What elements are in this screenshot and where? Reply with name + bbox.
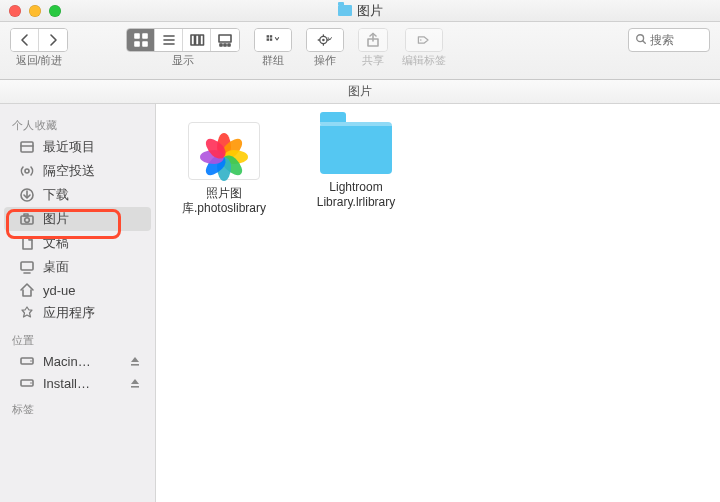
- sidebar-item-label: 隔空投送: [43, 162, 95, 180]
- sidebar-item-pictures[interactable]: 图片: [4, 207, 151, 231]
- desktop-icon: [18, 259, 36, 275]
- share-col: 共享: [358, 28, 388, 68]
- sidebar-item-label: Install…: [43, 376, 90, 391]
- svg-rect-29: [21, 142, 33, 152]
- svg-rect-44: [131, 386, 139, 388]
- svg-rect-12: [224, 44, 226, 46]
- sidebar-item-airdrop[interactable]: 隔空投送: [4, 159, 151, 183]
- search-icon: [635, 33, 647, 48]
- sidebar-item-label: 图片: [43, 210, 69, 228]
- action-label: 操作: [314, 54, 336, 68]
- forward-button[interactable]: [39, 29, 67, 51]
- tags-button[interactable]: [406, 29, 442, 51]
- sidebar-item-documents[interactable]: 文稿: [4, 231, 151, 255]
- nav-label: 返回/前进: [16, 54, 63, 68]
- svg-point-43: [30, 382, 32, 384]
- downloads-icon: [18, 187, 36, 203]
- nav-group: 返回/前进: [10, 28, 68, 68]
- sidebar: 个人收藏 最近项目 隔空投送 下载 图片 文稿: [0, 104, 156, 502]
- sidebar-item-label: yd-ue: [43, 283, 76, 298]
- path-text: 图片: [348, 83, 372, 100]
- svg-rect-37: [21, 262, 33, 270]
- search-col: .: [628, 28, 710, 66]
- content-area[interactable]: 照片图 库.photoslibrary Lightroom Library.lr…: [156, 104, 720, 502]
- svg-rect-9: [200, 35, 204, 45]
- gallery-view-button[interactable]: [211, 29, 239, 51]
- eject-icon[interactable]: [129, 355, 141, 367]
- finder-window: 图片 返回/前进 显示 群组 操作: [0, 0, 720, 502]
- sidebar-item-label: 下载: [43, 186, 69, 204]
- svg-point-19: [322, 39, 325, 42]
- sidebar-item-label: 最近项目: [43, 138, 95, 156]
- camera-icon: [18, 211, 36, 227]
- svg-rect-16: [267, 38, 269, 40]
- file-item-photoslibrary[interactable]: 照片图 库.photoslibrary: [172, 122, 276, 216]
- sidebar-item-recents[interactable]: 最近项目: [4, 135, 151, 159]
- disk-icon: [18, 375, 36, 391]
- svg-rect-41: [131, 364, 139, 366]
- svg-rect-36: [24, 214, 28, 216]
- sidebar-header-favorites: 个人收藏: [0, 110, 155, 135]
- sidebar-item-disk-1[interactable]: Install…: [4, 372, 151, 394]
- svg-rect-8: [195, 35, 199, 45]
- home-icon: [18, 282, 36, 298]
- svg-rect-11: [220, 44, 222, 46]
- svg-rect-2: [135, 42, 139, 46]
- svg-point-26: [420, 39, 422, 41]
- window-title-text: 图片: [357, 2, 383, 20]
- svg-point-31: [25, 169, 29, 173]
- file-item-lightroom[interactable]: Lightroom Library.lrlibrary: [304, 122, 408, 210]
- airdrop-icon: [18, 163, 36, 179]
- sidebar-item-downloads[interactable]: 下载: [4, 183, 151, 207]
- documents-icon: [18, 235, 36, 251]
- share-label: 共享: [362, 54, 384, 68]
- group-col: 群组: [254, 28, 292, 68]
- back-button[interactable]: [11, 29, 39, 51]
- group-button[interactable]: [255, 29, 291, 51]
- tags-col: 编辑标签: [402, 28, 446, 68]
- eject-icon[interactable]: [129, 377, 141, 389]
- folder-icon: [320, 122, 392, 174]
- view-group: 显示: [126, 28, 240, 68]
- search-input[interactable]: [650, 33, 703, 47]
- list-view-button[interactable]: [155, 29, 183, 51]
- svg-rect-13: [228, 44, 230, 46]
- action-col: 操作: [306, 28, 344, 68]
- svg-point-35: [25, 218, 30, 223]
- sidebar-header-locations: 位置: [0, 325, 155, 350]
- svg-line-28: [643, 40, 646, 43]
- action-button[interactable]: [307, 29, 343, 51]
- group-label: 群组: [262, 54, 284, 68]
- svg-rect-7: [191, 35, 195, 45]
- sidebar-item-label: 桌面: [43, 258, 69, 276]
- svg-rect-3: [143, 42, 147, 46]
- sidebar-item-home[interactable]: yd-ue: [4, 279, 151, 301]
- recents-icon: [18, 139, 36, 155]
- share-button[interactable]: [359, 29, 387, 51]
- toolbar: 返回/前进 显示 群组 操作 共享 编辑标签: [0, 22, 720, 80]
- folder-icon: [338, 5, 352, 16]
- svg-rect-10: [219, 35, 231, 42]
- svg-rect-15: [270, 35, 272, 37]
- icon-view-button[interactable]: [127, 29, 155, 51]
- svg-rect-17: [270, 38, 272, 40]
- sidebar-item-desktop[interactable]: 桌面: [4, 255, 151, 279]
- sidebar-item-label: 应用程序: [43, 304, 95, 322]
- view-label: 显示: [172, 54, 194, 68]
- sidebar-item-applications[interactable]: 应用程序: [4, 301, 151, 325]
- tags-label: 编辑标签: [402, 54, 446, 68]
- titlebar: 图片: [0, 0, 720, 22]
- sidebar-item-label: 文稿: [43, 234, 69, 252]
- file-name: Lightroom Library.lrlibrary: [296, 180, 416, 210]
- photoslibrary-icon: [188, 122, 260, 180]
- search-field[interactable]: [628, 28, 710, 52]
- svg-rect-0: [135, 34, 139, 38]
- body: 个人收藏 最近项目 隔空投送 下载 图片 文稿: [0, 104, 720, 502]
- sidebar-item-disk-0[interactable]: Macin…: [4, 350, 151, 372]
- file-name: 照片图 库.photoslibrary: [164, 186, 284, 216]
- window-title: 图片: [0, 2, 720, 20]
- path-bar: 图片: [0, 80, 720, 104]
- svg-rect-1: [143, 34, 147, 38]
- applications-icon: [18, 305, 36, 321]
- column-view-button[interactable]: [183, 29, 211, 51]
